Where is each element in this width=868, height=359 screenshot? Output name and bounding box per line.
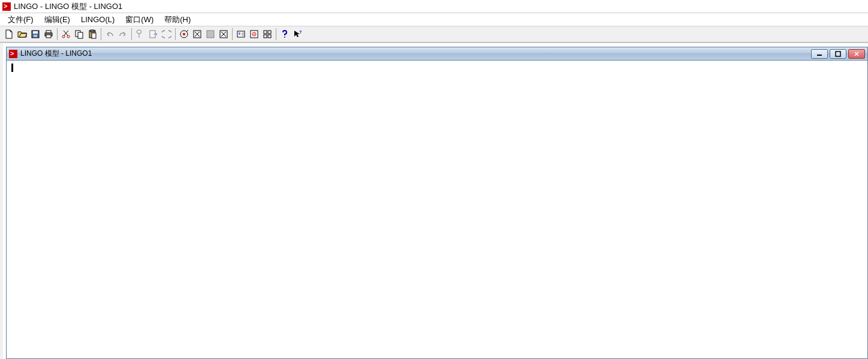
menu-window[interactable]: 窗口(W) [120, 13, 159, 26]
svg-rect-12 [92, 33, 96, 38]
new-file-icon [4, 29, 14, 39]
cut-button[interactable] [59, 28, 73, 41]
maximize-icon [835, 51, 841, 57]
svg-rect-1 [33, 31, 38, 34]
goto-icon [149, 29, 158, 39]
svg-rect-21 [242, 32, 244, 36]
app-title: LINGO - LINGO 模型 - LINGO1 [14, 1, 122, 12]
svg-rect-31 [836, 52, 840, 56]
svg-rect-25 [264, 31, 267, 34]
toolbar-separator [131, 28, 132, 40]
svg-rect-26 [268, 31, 271, 34]
solution-report-button[interactable] [217, 28, 230, 41]
svg-rect-11 [91, 30, 94, 32]
svg-rect-27 [264, 35, 267, 38]
text-cursor [11, 64, 13, 72]
help-button[interactable] [278, 28, 291, 41]
menu-bar: 文件(F) 编辑(E) LINGO(L) 窗口(W) 帮助(H) [0, 13, 868, 26]
svg-rect-28 [268, 35, 271, 38]
target-button[interactable] [248, 28, 261, 41]
undo-icon [105, 29, 114, 39]
child-title: LINGO 模型 - LINGO1 [20, 49, 809, 59]
svg-rect-5 [46, 35, 51, 38]
svg-point-7 [67, 35, 70, 38]
minimize-icon [816, 51, 822, 57]
svg-point-24 [254, 34, 255, 35]
svg-point-16 [183, 33, 185, 35]
editor-area[interactable] [8, 61, 866, 357]
copy-icon [74, 29, 84, 39]
svg-rect-3 [46, 31, 51, 33]
svg-text:?: ? [299, 30, 302, 34]
redo-button [116, 28, 129, 41]
svg-rect-2 [34, 35, 37, 37]
save-button[interactable] [29, 28, 42, 41]
toolbar-separator [175, 28, 176, 40]
report-icon [219, 29, 228, 39]
options-icon [236, 29, 246, 39]
app-icon [2, 2, 11, 11]
windows-tile-button[interactable] [261, 28, 274, 41]
menu-lingo[interactable]: LINGO(L) [76, 14, 120, 25]
child-window: LINGO 模型 - LINGO1 [6, 47, 868, 359]
tile-icon [263, 29, 272, 39]
bound-target-icon [249, 29, 259, 39]
child-close-button[interactable] [848, 49, 865, 59]
main-titlebar: LINGO - LINGO 模型 - LINGO1 [0, 0, 868, 13]
goto-button [147, 28, 160, 41]
find-icon [135, 29, 145, 39]
undo-button [103, 28, 116, 41]
paste-button[interactable] [86, 28, 99, 41]
save-disk-icon [31, 29, 40, 39]
child-titlebar[interactable]: LINGO 模型 - LINGO1 [7, 47, 867, 61]
cursor-question-icon: ? [293, 29, 303, 39]
toolbar-separator [276, 28, 276, 40]
menu-edit[interactable]: 编辑(E) [39, 13, 76, 26]
open-folder-icon [17, 29, 27, 39]
close-icon [854, 51, 860, 57]
redo-icon [118, 29, 128, 39]
new-button[interactable] [2, 28, 16, 41]
options-button[interactable] [234, 28, 248, 41]
clipboard-icon [88, 29, 97, 39]
menu-file[interactable]: 文件(F) [2, 13, 39, 26]
svg-point-29 [284, 37, 285, 38]
svg-point-6 [62, 35, 65, 38]
x-box-icon [192, 29, 202, 39]
open-button[interactable] [16, 28, 29, 41]
svg-point-13 [137, 30, 141, 34]
question-icon [280, 29, 290, 39]
child-maximize-button[interactable] [830, 49, 846, 59]
toolbar-separator [101, 28, 101, 40]
scissors-icon [61, 29, 71, 39]
svg-rect-18 [207, 31, 214, 38]
copy-button[interactable] [73, 28, 86, 41]
svg-rect-9 [78, 32, 83, 38]
matrix-icon [206, 29, 215, 39]
child-app-icon [9, 50, 17, 58]
parentheses-icon [162, 29, 171, 39]
mdi-area: LINGO 模型 - LINGO1 [3, 44, 868, 359]
toolbar-separator [57, 28, 58, 40]
printer-icon [44, 29, 53, 39]
menu-help[interactable]: 帮助(H) [159, 13, 196, 26]
find-button [134, 28, 147, 41]
match-paren-button [160, 28, 173, 41]
solve-button[interactable] [177, 28, 191, 41]
toolbar: ? [0, 26, 868, 43]
child-minimize-button[interactable] [811, 49, 828, 59]
matrix-picture-button [204, 28, 217, 41]
stop-solution-button[interactable] [191, 28, 204, 41]
context-help-button[interactable]: ? [291, 28, 305, 41]
toolbar-separator [232, 28, 233, 40]
solve-target-icon [179, 29, 189, 39]
print-button[interactable] [42, 28, 55, 41]
